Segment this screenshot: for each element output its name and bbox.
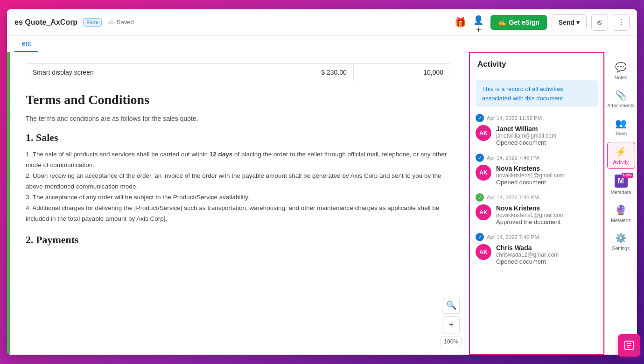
activity-panel-title: Activity <box>470 53 603 74</box>
zoom-level: 100% <box>441 336 462 347</box>
user-name: Chris Wada <box>496 244 559 252</box>
avatar: AK <box>476 204 491 220</box>
sidebar-item-notes[interactable]: 💬 Notes <box>607 58 635 84</box>
activity-action: Approved the document <box>496 218 565 225</box>
sidebar-settings-label: Settings <box>612 245 630 251</box>
tab-content[interactable]: ent <box>14 36 38 52</box>
esign-fab-button[interactable] <box>618 334 637 355</box>
user-email: novakkristens1@gmail.com <box>496 212 565 218</box>
add-user-button[interactable]: 👤+ <box>471 15 486 30</box>
cloud-icon: ☁️ <box>107 19 115 26</box>
activity-panel: Activity This is a record of all activit… <box>469 52 604 355</box>
sidebar-activity-label: Activity <box>613 159 629 165</box>
zoom-tool-button[interactable]: 🔍 <box>443 297 460 314</box>
activity-date: ✓ Apr 14, 2022 7:46 PM <box>476 233 598 241</box>
user-name: Janet William <box>496 125 556 133</box>
product-name: Smart display screen <box>26 64 241 81</box>
activity-item: ✓ Apr 14, 2022 7:46 PM AK Chris Wada chr… <box>476 233 598 265</box>
sidebar-item-attachments[interactable]: 📎 Attachments <box>607 86 635 112</box>
activity-intro: This is a record of all activities assoc… <box>476 80 598 107</box>
user-email: chriswada12@gmail.com <box>496 252 559 258</box>
terms-intro: The terms and conditions are as follows … <box>26 115 450 122</box>
zoom-in-button[interactable]: + <box>443 316 460 333</box>
app-window: es Quote_AxCorp Form ☁️ Saved 🎁 👤+ ✍️ Ge… <box>7 9 637 355</box>
activity-date: ✓ Apr 14, 2022 7:46 PM <box>476 154 598 162</box>
send-button[interactable]: Send ▾ <box>552 14 587 30</box>
activity-item: ✓ Apr 14, 2022 7:46 PM AK Nova Kristens … <box>476 154 598 186</box>
user-name: Nova Kristens <box>496 204 565 212</box>
header-actions: 🎁 👤+ ✍️ Get eSign Send ▾ ⎋ ⋮ <box>455 14 630 31</box>
activity-icon: ⚡ <box>615 146 627 157</box>
product-table: Smart display screen $ 230.00 10,000 <box>26 63 450 81</box>
esign-icon: ✍️ <box>498 19 506 26</box>
document-title: es Quote_AxCorp <box>14 18 77 27</box>
more-icon: ⋮ <box>617 18 625 27</box>
main-area: Smart display screen $ 230.00 10,000 Ter… <box>7 52 637 355</box>
user-name: Nova Kristens <box>496 165 565 172</box>
section-payments-heading: 2. Payments <box>26 234 450 246</box>
sidebar-metalens-label: Metalens <box>611 217 631 223</box>
sidebar-item-metadata[interactable]: NEW M Metadata <box>607 171 635 199</box>
section-sales-text: 1. The sale of all products and services… <box>26 149 450 224</box>
team-icon: 👥 <box>615 118 627 129</box>
sidebar-attachments-label: Attachments <box>607 103 634 108</box>
avatar: AK <box>476 244 491 260</box>
sidebar-notes-label: Notes <box>615 75 627 80</box>
metalens-icon: 🔮 <box>615 204 627 216</box>
status-badge: ✓ <box>476 114 484 122</box>
terms-heading: Terms and Conditions <box>26 92 450 107</box>
header: es Quote_AxCorp Form ☁️ Saved 🎁 👤+ ✍️ Ge… <box>7 9 637 35</box>
document-area[interactable]: Smart display screen $ 230.00 10,000 Ter… <box>7 52 469 355</box>
avatar: AK <box>476 165 491 181</box>
share-icon: ⎋ <box>597 18 602 27</box>
sidebar-item-team[interactable]: 👥 Team <box>607 114 635 140</box>
section-sales-heading: 1. Sales <box>26 132 450 144</box>
sidebar-item-activity[interactable]: ⚡ Activity <box>607 142 635 169</box>
share-button[interactable]: ⎋ <box>591 14 608 31</box>
attachments-icon: 📎 <box>615 90 627 101</box>
new-badge: NEW <box>622 173 633 178</box>
activity-action: Opened document <box>496 258 559 265</box>
settings-icon: ⚙️ <box>615 232 627 244</box>
activity-date: ✓ Apr 14, 2022 7:46 PM <box>476 193 598 202</box>
table-row: Smart display screen $ 230.00 10,000 <box>26 64 450 81</box>
user-email: janetwilliam@gmail.com <box>496 133 556 139</box>
activity-body[interactable]: This is a record of all activities assoc… <box>470 74 603 354</box>
status-badge: ✓ <box>476 193 484 202</box>
user-email: novakkristens1@gmail.com <box>496 172 565 179</box>
avatar: AK <box>476 125 491 141</box>
sidebar-item-settings[interactable]: ⚙️ Settings <box>607 229 635 255</box>
form-badge: Form <box>83 18 102 27</box>
status-badge: ✓ <box>476 154 484 162</box>
product-total: 10,000 <box>353 64 450 81</box>
zoom-controls: 🔍 + 100% <box>441 297 462 347</box>
activity-item: ✓ Apr 14, 2022 11:52 PM AK Janet William… <box>476 114 598 146</box>
green-bar <box>7 52 10 355</box>
activity-item: ✓ Apr 14, 2022 7:46 PM AK Nova Kristens … <box>476 193 598 225</box>
more-menu-button[interactable]: ⋮ <box>613 14 630 31</box>
get-esign-button[interactable]: ✍️ Get eSign <box>490 15 546 30</box>
product-price: $ 230.00 <box>241 64 353 81</box>
activity-action: Opened document <box>496 139 556 146</box>
tab-bar: ent <box>7 35 637 52</box>
status-badge: ✓ <box>476 233 484 241</box>
chevron-down-icon: ▾ <box>576 19 580 26</box>
gift-icon: 🎁 <box>455 17 466 28</box>
activity-action: Opened document <box>496 179 565 186</box>
right-sidebar: 💬 Notes 📎 Attachments 👥 Team ⚡ Activity … <box>604 52 637 355</box>
sidebar-metadata-label: Metadata <box>611 189 631 195</box>
sidebar-item-metalens[interactable]: 🔮 Metalens <box>607 201 635 227</box>
notes-icon: 💬 <box>615 62 627 73</box>
saved-indicator: ☁️ Saved <box>107 19 134 26</box>
sidebar-team-label: Team <box>615 131 627 136</box>
activity-date: ✓ Apr 14, 2022 11:52 PM <box>476 114 598 122</box>
document-content: Smart display screen $ 230.00 10,000 Ter… <box>7 52 469 355</box>
